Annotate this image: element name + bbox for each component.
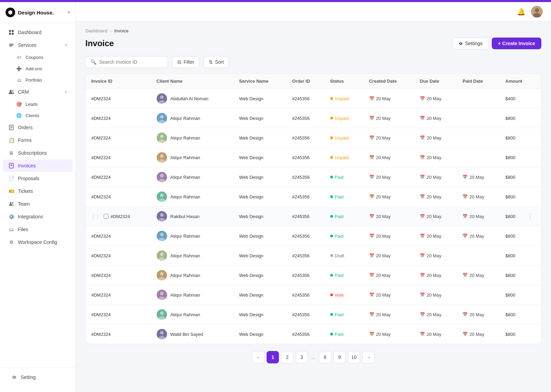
cell-created-date: 📅 20 May bbox=[364, 187, 414, 207]
cell-invoice-id: #DM2324 bbox=[86, 109, 151, 128]
sidebar-item-proposals[interactable]: 📄 Proposals bbox=[3, 172, 73, 185]
table-row[interactable]: #DM2324 Walid Bin Sayed Web Design #2453… bbox=[86, 324, 541, 344]
drag-handle[interactable]: ⋮⋮ bbox=[91, 214, 100, 219]
orders-icon bbox=[8, 124, 14, 131]
settings-button-label: Settings bbox=[465, 41, 483, 46]
pagination-page-9[interactable]: 9 bbox=[333, 351, 346, 363]
dashboard-icon bbox=[8, 29, 14, 35]
pagination-page-1[interactable]: 1 bbox=[267, 351, 279, 363]
status-badge: Unpaid bbox=[330, 96, 349, 101]
table-row[interactable]: #DM2324 Atiqur Rahman Web Design #245356… bbox=[86, 167, 541, 187]
filter-button[interactable]: ⊟ Filter bbox=[172, 56, 199, 68]
table-row[interactable]: #DM2324 Atiqur Rahman Web Design #245356… bbox=[86, 226, 541, 246]
cell-status: Paid bbox=[325, 266, 364, 285]
cell-status: Paid bbox=[325, 207, 364, 226]
sidebar-item-orders[interactable]: Orders bbox=[3, 121, 73, 134]
pagination-page-10[interactable]: 10 bbox=[348, 351, 360, 363]
calendar-due-icon: 📅 bbox=[420, 332, 425, 337]
sidebar-item-clients[interactable]: 🌐 Clients bbox=[12, 110, 73, 121]
pagination-page-2[interactable]: 2 bbox=[281, 351, 293, 363]
sidebar-item-crm[interactable]: CRM ▾ bbox=[3, 86, 73, 98]
sidebar-item-leads[interactable]: 🎯 Leads bbox=[12, 99, 73, 110]
pagination-prev[interactable]: ← bbox=[252, 351, 264, 363]
cell-status: Unpaid bbox=[325, 128, 364, 148]
status-badge: Paid bbox=[330, 273, 344, 278]
cell-status: Paid bbox=[325, 324, 364, 344]
cell-due-date: 📅 20 May bbox=[414, 207, 457, 226]
portfolio-icon: 🗂 bbox=[16, 77, 22, 83]
table-row[interactable]: ⋮⋮ #DM2324 Rakibul Hasan Web Design #245… bbox=[86, 207, 541, 226]
table-row[interactable]: #DM2324 Atiqur Rahman Web Design #245356… bbox=[86, 246, 541, 266]
cell-created-date: 📅 20 May bbox=[364, 266, 414, 285]
cell-invoice-id: #DM2324 bbox=[86, 266, 151, 285]
services-icon bbox=[8, 42, 14, 48]
sidebar-item-tickets[interactable]: 🎫 Tickets bbox=[3, 185, 73, 197]
brand-logo[interactable]: Design House. bbox=[6, 8, 54, 17]
addons-icon: ➕ bbox=[16, 65, 22, 72]
table-row[interactable]: #DM2324 Abdullah Al Noman Web Design #24… bbox=[86, 89, 541, 109]
topbar-actions: 🔔 bbox=[517, 6, 543, 18]
table-row[interactable]: #DM2324 Atiqur Rahman Web Design #245356… bbox=[86, 109, 541, 128]
subscriptions-icon: 🖥 bbox=[8, 150, 14, 156]
cell-client-name: Abdullah Al Noman bbox=[151, 89, 234, 109]
sidebar-item-integrations[interactable]: ⚙️ Integrations bbox=[3, 210, 73, 223]
table-row[interactable]: #DM2324 Atiqur Rahman Web Design #245356… bbox=[86, 266, 541, 285]
invoice-table-container: Invoice ID Client Name Service Name Orde… bbox=[85, 73, 541, 344]
cell-created-date: 📅 20 May bbox=[364, 246, 414, 266]
sidebar-item-invoices[interactable]: Invoices bbox=[3, 159, 73, 172]
coupons-icon: 🏷 bbox=[16, 54, 22, 60]
sidebar-item-addons[interactable]: ➕ Add-ons bbox=[12, 63, 73, 74]
notification-button[interactable]: 🔔 bbox=[517, 8, 526, 16]
pagination-page-8[interactable]: 8 bbox=[319, 351, 331, 363]
sidebar-item-workspace[interactable]: ⚙ Workspace Config bbox=[3, 236, 73, 248]
brand-chevron-icon[interactable]: ▾ bbox=[68, 10, 70, 15]
status-badge: Paid bbox=[330, 214, 344, 219]
settings-button[interactable]: Settings bbox=[453, 38, 489, 49]
search-input[interactable] bbox=[99, 59, 163, 65]
cell-order-id: #245356 bbox=[287, 305, 324, 324]
row-checkbox[interactable] bbox=[104, 214, 108, 219]
cell-due-date: 📅 20 May bbox=[414, 89, 457, 109]
sidebar-item-subscriptions[interactable]: 🖥 Subscriptions bbox=[3, 147, 73, 159]
breadcrumb-home[interactable]: Dashboard bbox=[85, 28, 107, 33]
sidebar-item-dashboard[interactable]: Dashboard bbox=[3, 26, 73, 39]
more-options-button[interactable]: ⋮ bbox=[525, 212, 536, 221]
table-row[interactable]: #DM2324 Atiqur Rahman Web Design #245356… bbox=[86, 128, 541, 148]
sidebar-item-setting[interactable]: Setting bbox=[6, 371, 70, 383]
client-avatar bbox=[157, 93, 167, 104]
cell-amount: $800 bbox=[500, 128, 541, 148]
svg-point-0 bbox=[8, 10, 12, 14]
sidebar-item-portfolio[interactable]: 🗂 Portfolio bbox=[12, 74, 73, 85]
cell-order-id: #245356 bbox=[287, 187, 324, 207]
cell-created-date: 📅 20 May bbox=[364, 207, 414, 226]
user-avatar[interactable] bbox=[531, 6, 543, 18]
status-badge: Unpaid bbox=[330, 155, 349, 160]
table-row[interactable]: #DM2324 Atiqur Rahman Web Design #245356… bbox=[86, 285, 541, 305]
sidebar-footer: Setting bbox=[0, 368, 75, 386]
pagination-next[interactable]: → bbox=[362, 351, 375, 363]
sidebar-item-forms[interactable]: 📋 Forms bbox=[3, 134, 73, 146]
cell-amount: $400 bbox=[500, 89, 541, 109]
table-row[interactable]: #DM2324 Atiqur Rahman Web Design #245356… bbox=[86, 305, 541, 324]
sidebar-item-label-portfolio: Portfolio bbox=[25, 78, 69, 83]
sidebar-item-team[interactable]: Team bbox=[3, 198, 73, 210]
clients-icon: 🌐 bbox=[16, 112, 22, 118]
cell-paid-date bbox=[457, 148, 500, 167]
sidebar-item-files[interactable]: 🗂 Files bbox=[3, 223, 73, 236]
sidebar-item-coupons[interactable]: 🏷 Coupons bbox=[12, 52, 73, 63]
cell-due-date: 📅 20 May bbox=[414, 109, 457, 128]
toolbar: 🔍 ⊟ Filter ⇅ Sort bbox=[85, 56, 541, 68]
calendar-due-icon: 📅 bbox=[420, 96, 425, 101]
create-invoice-button[interactable]: + Create Invoice bbox=[492, 38, 541, 49]
sidebar-item-services[interactable]: Services ▾ bbox=[3, 39, 73, 51]
services-chevron-icon: ▾ bbox=[65, 43, 67, 48]
calendar-paid-icon: 📅 bbox=[462, 175, 468, 179]
col-due-date: Due Date bbox=[414, 74, 457, 89]
cell-paid-date: 📅20 May bbox=[457, 266, 500, 285]
cell-paid-date: 📅20 May bbox=[457, 226, 500, 246]
pagination-page-3[interactable]: 3 bbox=[295, 351, 308, 363]
sort-button[interactable]: ⇅ Sort bbox=[204, 56, 229, 68]
table-row[interactable]: #DM2324 Atiqur Rahman Web Design #245356… bbox=[86, 148, 541, 167]
cell-due-date: 📅 20 May bbox=[414, 128, 457, 148]
table-row[interactable]: #DM2324 Atiqur Rahman Web Design #245356… bbox=[86, 187, 541, 207]
